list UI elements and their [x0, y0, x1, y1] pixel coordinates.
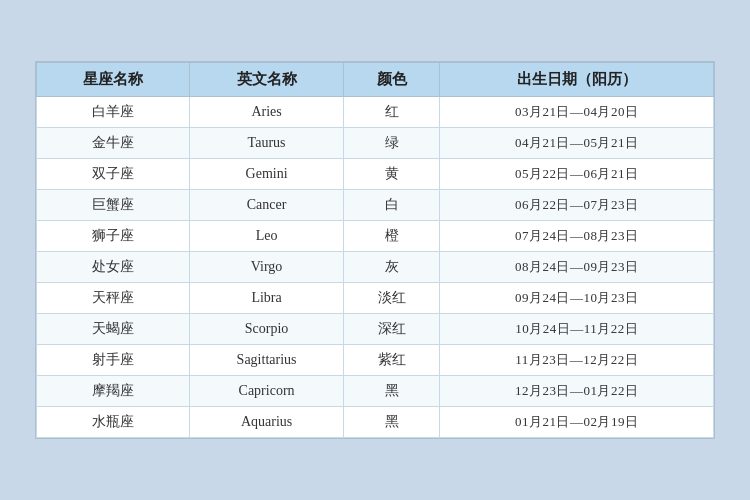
cell-english-name: Virgo: [190, 252, 343, 283]
cell-english-name: Gemini: [190, 159, 343, 190]
cell-chinese-name: 摩羯座: [37, 376, 190, 407]
cell-english-name: Libra: [190, 283, 343, 314]
cell-color: 绿: [343, 128, 440, 159]
header-dates: 出生日期（阳历）: [440, 63, 714, 97]
cell-dates: 12月23日—01月22日: [440, 376, 714, 407]
cell-dates: 08月24日—09月23日: [440, 252, 714, 283]
cell-chinese-name: 白羊座: [37, 97, 190, 128]
table-row: 射手座Sagittarius紫红11月23日—12月22日: [37, 345, 714, 376]
cell-color: 黄: [343, 159, 440, 190]
cell-dates: 10月24日—11月22日: [440, 314, 714, 345]
table-row: 狮子座Leo橙07月24日—08月23日: [37, 221, 714, 252]
cell-english-name: Aries: [190, 97, 343, 128]
cell-chinese-name: 巨蟹座: [37, 190, 190, 221]
cell-dates: 03月21日—04月20日: [440, 97, 714, 128]
table-row: 巨蟹座Cancer白06月22日—07月23日: [37, 190, 714, 221]
cell-dates: 09月24日—10月23日: [440, 283, 714, 314]
cell-color: 橙: [343, 221, 440, 252]
table-header-row: 星座名称 英文名称 颜色 出生日期（阳历）: [37, 63, 714, 97]
cell-english-name: Sagittarius: [190, 345, 343, 376]
table-row: 天蝎座Scorpio深红10月24日—11月22日: [37, 314, 714, 345]
table-row: 白羊座Aries红03月21日—04月20日: [37, 97, 714, 128]
cell-color: 紫红: [343, 345, 440, 376]
cell-color: 淡红: [343, 283, 440, 314]
cell-color: 黑: [343, 407, 440, 438]
cell-color: 白: [343, 190, 440, 221]
zodiac-table: 星座名称 英文名称 颜色 出生日期（阳历） 白羊座Aries红03月21日—04…: [36, 62, 714, 438]
table-row: 金牛座Taurus绿04月21日—05月21日: [37, 128, 714, 159]
table-row: 摩羯座Capricorn黑12月23日—01月22日: [37, 376, 714, 407]
cell-chinese-name: 狮子座: [37, 221, 190, 252]
header-english-name: 英文名称: [190, 63, 343, 97]
cell-english-name: Taurus: [190, 128, 343, 159]
cell-chinese-name: 水瓶座: [37, 407, 190, 438]
cell-dates: 01月21日—02月19日: [440, 407, 714, 438]
cell-chinese-name: 天蝎座: [37, 314, 190, 345]
cell-chinese-name: 天秤座: [37, 283, 190, 314]
cell-dates: 11月23日—12月22日: [440, 345, 714, 376]
zodiac-table-container: 星座名称 英文名称 颜色 出生日期（阳历） 白羊座Aries红03月21日—04…: [35, 61, 715, 439]
cell-dates: 05月22日—06月21日: [440, 159, 714, 190]
cell-chinese-name: 双子座: [37, 159, 190, 190]
cell-english-name: Capricorn: [190, 376, 343, 407]
table-row: 双子座Gemini黄05月22日—06月21日: [37, 159, 714, 190]
header-color: 颜色: [343, 63, 440, 97]
table-row: 天秤座Libra淡红09月24日—10月23日: [37, 283, 714, 314]
cell-dates: 07月24日—08月23日: [440, 221, 714, 252]
cell-english-name: Scorpio: [190, 314, 343, 345]
cell-color: 红: [343, 97, 440, 128]
cell-english-name: Aquarius: [190, 407, 343, 438]
cell-english-name: Leo: [190, 221, 343, 252]
cell-color: 黑: [343, 376, 440, 407]
cell-chinese-name: 金牛座: [37, 128, 190, 159]
cell-color: 深红: [343, 314, 440, 345]
cell-chinese-name: 处女座: [37, 252, 190, 283]
cell-chinese-name: 射手座: [37, 345, 190, 376]
table-row: 处女座Virgo灰08月24日—09月23日: [37, 252, 714, 283]
cell-dates: 06月22日—07月23日: [440, 190, 714, 221]
cell-color: 灰: [343, 252, 440, 283]
cell-english-name: Cancer: [190, 190, 343, 221]
table-row: 水瓶座Aquarius黑01月21日—02月19日: [37, 407, 714, 438]
cell-dates: 04月21日—05月21日: [440, 128, 714, 159]
header-chinese-name: 星座名称: [37, 63, 190, 97]
